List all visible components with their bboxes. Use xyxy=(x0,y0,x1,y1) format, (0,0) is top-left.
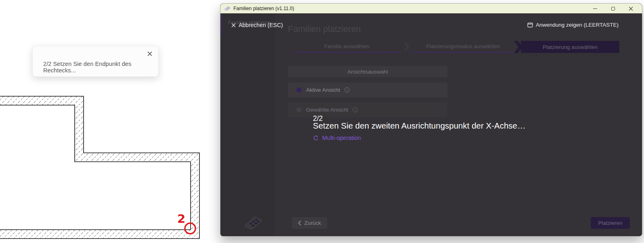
sidebar-active-indicator xyxy=(220,14,222,35)
close-icon xyxy=(629,6,633,11)
sync-icon xyxy=(313,135,319,141)
radio-unselected-icon[interactable] xyxy=(296,107,302,112)
option-aktive-ansicht[interactable]: Aktive Ansicht xyxy=(288,82,447,97)
option-gewaehlte-ansicht[interactable]: Gewählte Ansicht xyxy=(288,102,447,117)
tab-familie-auswaehlen[interactable]: Familie auswählen xyxy=(293,41,401,53)
chevron-left-icon xyxy=(298,220,301,226)
minimize-button[interactable] xyxy=(586,4,604,13)
close-icon xyxy=(147,51,153,57)
page-title: Familien platzieren xyxy=(288,24,361,34)
cancel-button[interactable]: Abbrechen (ESC) xyxy=(231,22,283,28)
familien-platzieren-window: Familien platzieren (v1.11.0) Familien p… xyxy=(220,3,642,237)
point-number-label: 2 xyxy=(177,212,185,226)
window-titlebar[interactable]: Familien platzieren (v1.11.0) xyxy=(220,4,642,13)
section-header-ansichtsauswahl: Ansichtsauswahl xyxy=(288,66,447,77)
radio-selected-icon[interactable] xyxy=(296,87,302,93)
show-application-label: Anwendung zeigen (LEERTASTE) xyxy=(536,22,619,28)
show-application-button[interactable]: Anwendung zeigen (LEERTASTE) xyxy=(527,22,619,28)
info-icon[interactable] xyxy=(344,87,350,93)
maximize-button[interactable] xyxy=(604,4,622,13)
dialog-content-overlay: Familien platzieren Abbrechen (ESC) Anwe… xyxy=(220,13,642,236)
option-label: Gewählte Ansicht xyxy=(306,107,348,113)
screen: 2 2/2 Setzen Sie den Endpunkt des Rechte… xyxy=(0,0,644,243)
submit-label: Platzieren xyxy=(598,220,622,226)
tooltip-text: 2/2 Setzen Sie den Endpunkt des Rechteck… xyxy=(43,61,158,74)
tab-label: Platzierungsmodus auswählen xyxy=(426,43,500,49)
app-logo-icon xyxy=(224,6,231,11)
close-button[interactable] xyxy=(622,4,640,13)
back-button[interactable]: Zurück xyxy=(292,217,327,229)
instruction-text: Setzen Sie den zweiten Ausrichtungspunkt… xyxy=(313,121,525,131)
tab-platzierung-auswaehlen[interactable]: Platzierung auswählen xyxy=(521,41,619,53)
tooltip-close-button[interactable] xyxy=(146,50,153,57)
maximize-icon xyxy=(611,7,615,11)
cancel-label: Abbrechen (ESC) xyxy=(239,22,283,28)
multi-operation-label: Multi-operation xyxy=(322,135,361,141)
platzieren-button[interactable]: Platzieren xyxy=(591,217,630,229)
wall-plan-drawing xyxy=(0,0,220,243)
multi-operation-toggle[interactable]: Multi-operation xyxy=(313,135,361,141)
option-label: Aktive Ansicht xyxy=(306,87,340,93)
tab-label: Platzierung auswählen xyxy=(543,44,598,50)
tab-label: Familie auswählen xyxy=(324,43,369,49)
app-logo-watermark-icon xyxy=(244,215,262,232)
sidebar xyxy=(220,13,275,236)
window-show-icon xyxy=(527,23,533,27)
minimize-icon xyxy=(593,8,597,9)
back-label: Zurück xyxy=(304,220,321,226)
close-icon xyxy=(231,23,236,27)
chevron-right-icon xyxy=(403,41,410,53)
info-icon[interactable] xyxy=(352,107,358,112)
tab-platzierungsmodus-auswaehlen[interactable]: Platzierungsmodus auswählen xyxy=(412,41,514,53)
section-title: Ansichtsauswahl xyxy=(347,69,388,75)
window-title: Familien platzieren (v1.11.0) xyxy=(233,6,294,11)
status-tooltip: 2/2 Setzen Sie den Endpunkt des Rechteck… xyxy=(32,46,159,77)
